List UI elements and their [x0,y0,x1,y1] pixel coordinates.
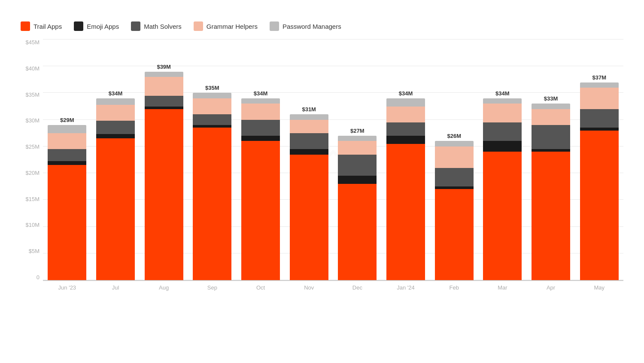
bar-segment-math [386,122,425,136]
bar-segment-grammar [48,133,86,149]
bar-total-label: $33M [544,95,558,102]
bar-segment-password [338,136,377,141]
legend-label: Math Solvers [144,23,182,30]
bar-segment-password [386,98,425,107]
bar-segment-password [532,104,570,109]
bar-segment-math [532,125,570,149]
bar-group: $34M [478,40,527,280]
bar-segment-password [241,98,280,104]
x-label: Nov [285,281,333,291]
y-label: $35M [21,92,43,98]
bar-total-label: $34M [254,90,268,97]
bar-segment-grammar [532,109,570,125]
bar-segment-math [290,133,328,149]
stacked-bar [241,98,280,280]
bar-segment-trail [290,155,328,280]
bar-segment-math [483,122,522,141]
bar-total-label: $34M [399,90,413,97]
bar-group: $34M [91,40,140,280]
bar-segment-emoji [386,136,425,144]
bar-group: $29M [43,40,91,280]
x-label: Feb [430,281,478,291]
bar-segment-trail [338,184,377,280]
legend-item-password-managers: Password Managers [270,21,341,31]
bar-segment-trail [580,131,619,280]
x-label: Mar [478,281,527,291]
legend-item-grammar-helpers: Grammar Helpers [194,21,258,31]
bar-segment-password [483,98,522,104]
bar-segment-math [193,114,231,125]
stacked-bar [338,136,377,280]
bar-segment-trail [193,128,231,280]
stacked-bar [290,114,328,280]
bar-segment-grammar [580,88,619,109]
bar-segment-emoji [483,141,522,152]
y-label: $30M [21,118,43,123]
legend-label: Trail Apps [33,23,62,30]
bar-total-label: $26M [447,133,461,139]
stacked-bar [193,93,231,280]
bar-segment-math [241,120,280,136]
bar-segment-grammar [338,141,377,154]
chart-container: Trail AppsEmoji AppsMath SolversGrammar … [0,0,644,363]
x-label: Sep [188,281,237,291]
y-label: $10M [21,222,43,228]
legend-swatch [194,21,203,31]
bar-segment-trail [435,189,474,280]
x-label: Jan '24 [382,281,430,291]
bar-total-label: $34M [495,90,510,97]
legend-swatch [74,21,83,31]
y-label: $20M [21,170,43,176]
x-label: Aug [140,281,188,291]
bars-row: $29M$34M$39M$35M$34M$31M$27M$34M$26M$34M… [43,40,623,280]
bar-group: $26M [430,40,478,280]
bar-segment-trail [48,165,86,280]
x-labels-row: Jun '23JulAugSepOctNovDecJan '24FebMarAp… [43,281,623,291]
bar-segment-grammar [435,146,474,168]
bar-segment-password [435,141,474,146]
y-label: $40M [21,66,43,71]
bar-group: $27M [333,40,382,280]
x-label: Dec [333,281,382,291]
bar-segment-password [48,125,86,133]
bar-segment-grammar [386,107,425,122]
bar-segment-emoji [48,161,86,165]
x-label: May [575,281,623,291]
bar-segment-trail [483,152,522,280]
bar-segment-emoji [96,134,135,138]
chart-legend: Trail AppsEmoji AppsMath SolversGrammar … [21,21,623,31]
bar-segment-trail [386,144,425,280]
bar-segment-trail [145,109,183,280]
bar-segment-grammar [483,104,522,122]
stacked-bar [386,98,425,280]
bar-segment-math [435,168,474,187]
legend-swatch [270,21,279,31]
bar-segment-password [580,82,619,88]
stacked-bar [48,125,86,280]
bar-segment-math [96,121,135,134]
bar-segment-password [193,93,231,98]
bar-segment-grammar [241,104,280,119]
x-label: Jun '23 [43,281,91,291]
bar-segment-math [48,149,86,161]
bar-group: $34M [237,40,285,280]
bar-group: $34M [382,40,430,280]
legend-swatch [131,21,140,31]
stacked-bar [483,98,522,280]
bar-segment-grammar [96,105,135,121]
bar-segment-password [145,72,183,77]
bar-total-label: $29M [60,117,74,123]
stacked-bar [532,104,570,280]
y-axis: 0$5M$10M$15M$20M$25M$30M$35M$40M$45M [21,40,43,280]
bar-total-label: $27M [350,128,365,134]
bar-group: $37M [575,40,623,280]
legend-item-emoji-apps: Emoji Apps [74,21,119,31]
bar-segment-math [145,96,183,107]
bar-segment-grammar [145,77,183,96]
bar-segment-emoji [338,176,377,184]
x-label: Apr [527,281,575,291]
bar-segment-emoji [241,136,280,141]
stacked-bar [96,98,135,280]
chart-area: 0$5M$10M$15M$20M$25M$30M$35M$40M$45M $29… [21,40,623,280]
bar-total-label: $39M [157,64,171,70]
